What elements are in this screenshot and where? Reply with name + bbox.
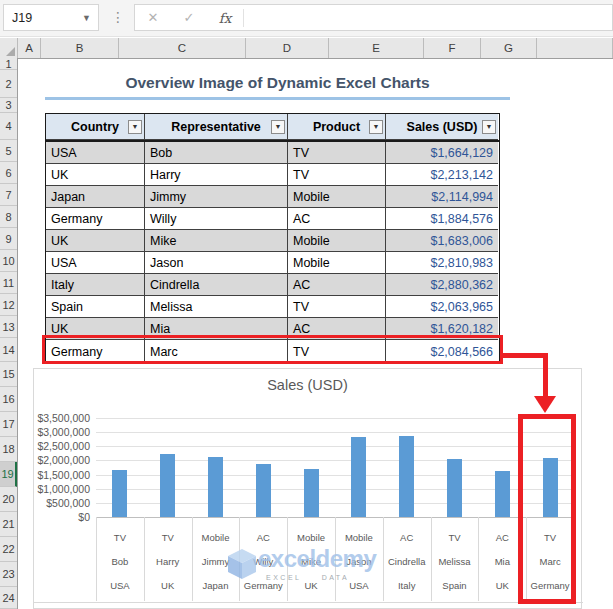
sales-chart[interactable]: Sales (USD) exceldemy EXCEL DATA $3,500,…	[33, 368, 582, 609]
filter-caret-icon: ▼	[373, 123, 380, 130]
table-cell[interactable]: $2,063,965	[386, 296, 498, 318]
x-axis-label-country: Spain	[431, 579, 479, 593]
formula-input[interactable]	[244, 5, 612, 30]
row-header-23[interactable]: 23	[0, 562, 17, 587]
row-header-4[interactable]: 4	[0, 113, 17, 140]
table-cell[interactable]: Melissa	[145, 296, 288, 318]
row-header-14[interactable]: 14	[0, 338, 17, 362]
table-cell[interactable]: UK	[46, 164, 145, 186]
table-header-product[interactable]: Product▼	[288, 114, 386, 140]
table-cell[interactable]: TV	[288, 296, 386, 318]
table-cell[interactable]: Bob	[145, 142, 288, 164]
formula-input-group: ✕ ✓ fx	[134, 4, 613, 31]
row-header-16[interactable]: 16	[0, 387, 17, 412]
table-cell[interactable]: Harry	[145, 164, 288, 186]
filter-button[interactable]: ▼	[271, 120, 285, 134]
column-header-B[interactable]: B	[41, 38, 119, 58]
row-header-7[interactable]: 7	[0, 184, 17, 206]
column-header-cut[interactable]	[537, 38, 613, 58]
cancel-icon[interactable]: ✕	[135, 10, 171, 25]
filter-caret-icon: ▼	[275, 123, 282, 130]
table-cell[interactable]: $2,880,362	[386, 274, 498, 296]
table-cell[interactable]: Jimmy	[145, 186, 288, 208]
row-header-19[interactable]: 19	[0, 462, 17, 487]
row-header-22[interactable]: 22	[0, 537, 17, 562]
chart-bar[interactable]	[160, 454, 175, 517]
row-header-5[interactable]: 5	[0, 140, 17, 162]
table-cell[interactable]: $2,114,994	[386, 186, 498, 208]
table-cell[interactable]: $2,810,983	[386, 252, 498, 274]
chart-bar[interactable]	[447, 459, 462, 517]
table-cell[interactable]: Mike	[145, 230, 288, 252]
table-cell[interactable]: TV	[288, 142, 386, 164]
x-axis-label-representative: Melissa	[431, 555, 479, 569]
table-cell[interactable]: AC	[288, 208, 386, 230]
row-header-8[interactable]: 8	[0, 206, 17, 228]
row-header-15[interactable]: 15	[0, 362, 17, 387]
row-header-10[interactable]: 10	[0, 250, 17, 272]
filter-button[interactable]: ▼	[482, 120, 496, 134]
column-header-A[interactable]: A	[18, 38, 41, 58]
y-axis-tick-label: $1,000,000	[34, 483, 90, 495]
table-cell[interactable]: $1,683,006	[386, 230, 498, 252]
filter-button[interactable]: ▼	[128, 120, 142, 134]
filter-button[interactable]: ▼	[369, 120, 383, 134]
table-header-country[interactable]: Country▼	[46, 114, 145, 140]
insert-function-icon[interactable]: fx	[207, 10, 243, 26]
chevron-down-icon[interactable]: ▼	[82, 13, 98, 23]
row-header-13[interactable]: 13	[0, 316, 17, 338]
red-arrow-head-icon	[534, 396, 556, 413]
table-header-representative[interactable]: Representative▼	[145, 114, 288, 140]
chart-bar[interactable]	[256, 464, 271, 517]
table-cell[interactable]: Mobile	[288, 230, 386, 252]
table-cell[interactable]: Italy	[46, 274, 145, 296]
table-cell[interactable]: Willy	[145, 208, 288, 230]
table-header-sales-usd-[interactable]: Sales (USD)▼	[386, 114, 498, 140]
column-header-G[interactable]: G	[481, 38, 537, 58]
table-cell[interactable]: AC	[288, 274, 386, 296]
table-cell[interactable]: USA	[46, 142, 145, 164]
row-header-11[interactable]: 11	[0, 272, 17, 294]
select-all-corner[interactable]	[0, 38, 18, 58]
row-header-1[interactable]: 1	[0, 58, 17, 70]
table-cell[interactable]: Jason	[145, 252, 288, 274]
table-cell[interactable]: $2,213,142	[386, 164, 498, 186]
name-box[interactable]: J19 ▼	[3, 4, 99, 31]
column-header-E[interactable]: E	[329, 38, 424, 58]
row-header-21[interactable]: 21	[0, 512, 17, 537]
row-header-2[interactable]: 2	[0, 70, 17, 98]
red-arrow-segment	[500, 353, 548, 358]
row-header-12[interactable]: 12	[0, 294, 17, 316]
chart-bar[interactable]	[399, 436, 414, 517]
chart-bar[interactable]	[208, 457, 223, 517]
table-cell[interactable]: UK	[46, 230, 145, 252]
chart-bar[interactable]	[304, 469, 319, 517]
column-header-F[interactable]: F	[424, 38, 481, 58]
x-axis-label-representative: Cindrella	[383, 555, 431, 569]
table-cell[interactable]: Japan	[46, 186, 145, 208]
table-cell[interactable]: USA	[46, 252, 145, 274]
table-row: ItalyCindrellaAC$2,880,362	[46, 274, 499, 296]
row-header-17[interactable]: 17	[0, 412, 17, 437]
table-cell[interactable]: Cindrella	[145, 274, 288, 296]
column-header-D[interactable]: D	[246, 38, 329, 58]
chart-bar[interactable]	[495, 471, 510, 517]
enter-icon[interactable]: ✓	[171, 10, 207, 25]
table-cell[interactable]: Mobile	[288, 252, 386, 274]
table-cell[interactable]: Germany	[46, 208, 145, 230]
chart-bar[interactable]	[112, 470, 127, 517]
row-header-3[interactable]: 3	[0, 98, 17, 113]
column-header-C[interactable]: C	[119, 38, 246, 58]
table-cell[interactable]: $1,664,129	[386, 142, 498, 164]
chart-bar[interactable]	[351, 437, 366, 517]
row-header-20[interactable]: 20	[0, 487, 17, 512]
table-cell[interactable]: Spain	[46, 296, 145, 318]
table-cell[interactable]: Mobile	[288, 186, 386, 208]
row-header-9[interactable]: 9	[0, 228, 17, 250]
row-header-18[interactable]: 18	[0, 437, 17, 462]
row-header-24[interactable]: 24	[0, 587, 17, 609]
y-axis-tick-label: $1,500,000	[34, 469, 90, 481]
row-header-6[interactable]: 6	[0, 162, 17, 184]
table-cell[interactable]: TV	[288, 164, 386, 186]
table-cell[interactable]: $1,884,576	[386, 208, 498, 230]
